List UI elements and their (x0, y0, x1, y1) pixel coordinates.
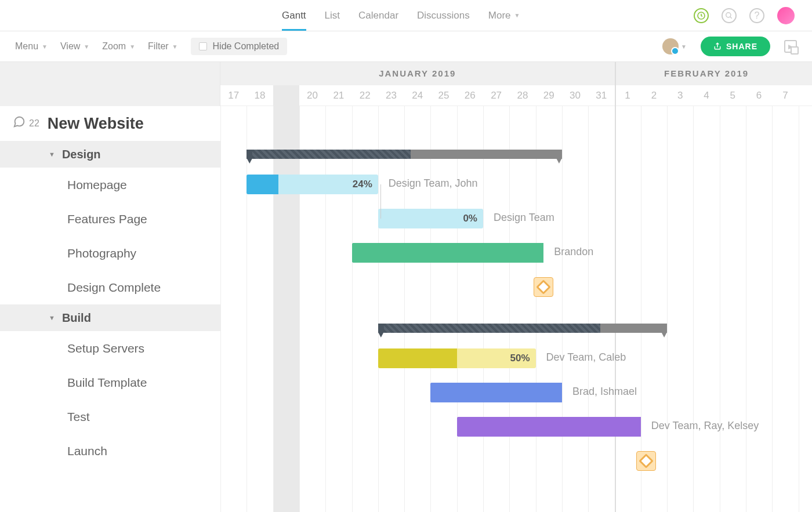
day-header: 20 (299, 85, 325, 106)
task-percent: 50% (510, 353, 530, 364)
month-header: JANUARY 2019 (220, 62, 615, 85)
group-label: Build (62, 311, 91, 325)
task-row[interactable]: Build Template (0, 365, 220, 400)
tab-gantt[interactable]: Gantt (282, 0, 306, 31)
month-header: FEBRUARY 2019 (615, 62, 799, 85)
assignee-dropdown[interactable]: ▼ (662, 38, 687, 55)
share-button[interactable]: SHARE (701, 37, 770, 56)
task-row[interactable]: Features Page (0, 202, 220, 236)
day-header: 26 (457, 85, 483, 106)
day-header: 24 (404, 85, 430, 106)
top-nav: GanttListCalendarDiscussionsMore▼ ? (0, 0, 812, 31)
zoom-dropdown[interactable]: Zoom▼ (102, 41, 135, 52)
task-row[interactable]: Homepage (0, 168, 220, 202)
task-bar[interactable]: Brad, Ishmael (430, 383, 562, 402)
task-label: Homepage (67, 178, 127, 192)
task-label: Design Complete (67, 281, 161, 295)
task-assignee: Design Team, John (389, 177, 478, 190)
checkbox-icon (199, 42, 207, 50)
diamond-icon (536, 279, 550, 294)
chevron-down-icon: ▼ (49, 314, 55, 321)
day-header: 27 (483, 85, 509, 106)
task-bar[interactable]: Brandon (352, 243, 544, 263)
group-header[interactable]: ▼Build (0, 304, 220, 331)
day-header: 6 (746, 85, 772, 106)
task-assignee: Brandon (554, 246, 593, 258)
tab-more[interactable]: More▼ (488, 0, 520, 31)
view-dropdown[interactable]: View▼ (60, 41, 89, 52)
task-bar[interactable]: 24%Design Team, John (246, 175, 378, 194)
task-assignee: Dev Team, Caleb (546, 351, 626, 364)
user-avatar[interactable] (777, 7, 795, 24)
summary-bar[interactable] (246, 150, 562, 159)
assignee-avatar (662, 38, 679, 55)
group-label: Design (62, 148, 101, 161)
menu-dropdown[interactable]: Menu▼ (15, 41, 48, 52)
task-row[interactable]: Design Complete (0, 270, 220, 304)
activity-icon[interactable] (694, 8, 709, 23)
diamond-icon (639, 453, 653, 468)
chevron-down-icon: ▼ (49, 151, 55, 158)
search-icon[interactable] (722, 8, 737, 23)
task-label: Photography (67, 246, 136, 260)
timeline[interactable]: JANUARY 2019FEBRUARY 2019 17181920212223… (220, 62, 812, 512)
task-assignee: Dev Team, Ray, Kelsey (651, 420, 759, 432)
day-header: 22 (351, 85, 378, 106)
help-icon[interactable]: ? (749, 8, 764, 23)
project-title: New Website (48, 115, 144, 133)
task-percent: 0% (463, 213, 477, 224)
task-row[interactable]: Setup Servers (0, 331, 220, 365)
task-percent: 24% (353, 179, 372, 190)
task-label: Launch (67, 444, 107, 458)
hide-completed-toggle[interactable]: Hide Completed (191, 38, 288, 55)
task-bar[interactable]: 50%Dev Team, Caleb (378, 348, 536, 368)
svg-point-1 (726, 12, 731, 17)
day-header: 29 (536, 85, 562, 106)
milestone[interactable] (534, 277, 553, 297)
day-header: 17 (220, 85, 246, 106)
day-header: 3 (667, 85, 693, 106)
sidebar: 22 New Website ▼DesignHomepageFeatures P… (0, 62, 220, 512)
tab-calendar[interactable]: Calendar (358, 0, 398, 31)
day-header: 18 (246, 85, 273, 106)
day-header: 4 (693, 85, 719, 106)
day-header: 5 (720, 85, 746, 106)
comment-icon (13, 115, 26, 132)
task-assignee: Brad, Ishmael (572, 386, 637, 398)
group-header[interactable]: ▼Design (0, 141, 220, 168)
summary-bar[interactable] (378, 324, 667, 333)
day-header: 1 (614, 85, 640, 106)
toolbar: Menu▼ View▼ Zoom▼ Filter▼ Hide Completed… (0, 31, 812, 62)
task-row[interactable]: Photography (0, 236, 220, 270)
task-label: Setup Servers (67, 342, 144, 355)
day-header: 7 (772, 85, 798, 106)
filter-dropdown[interactable]: Filter▼ (148, 41, 177, 52)
milestone[interactable] (636, 451, 656, 471)
tab-discussions[interactable]: Discussions (417, 0, 470, 31)
task-row[interactable]: Launch (0, 434, 220, 468)
task-bar[interactable]: Dev Team, Ray, Kelsey (457, 417, 641, 437)
day-header: 2 (641, 85, 667, 106)
task-label: Build Template (67, 376, 147, 390)
task-label: Features Page (67, 212, 147, 226)
task-label: Test (67, 410, 90, 424)
project-header[interactable]: 22 New Website (0, 106, 220, 141)
day-header: 31 (588, 85, 614, 106)
day-header: 30 (562, 85, 588, 106)
task-row[interactable]: Test (0, 400, 220, 434)
day-header: 23 (378, 85, 404, 106)
task-assignee: Design Team (494, 212, 554, 224)
day-header: 25 (430, 85, 456, 106)
comment-count: 22 (29, 118, 39, 129)
day-header: 21 (325, 85, 351, 106)
present-icon[interactable]: ▶ (784, 40, 797, 53)
dependency-line (380, 184, 381, 219)
tab-list[interactable]: List (325, 0, 340, 31)
task-bar[interactable]: 0%Design Team (378, 209, 483, 228)
day-header: 28 (509, 85, 535, 106)
